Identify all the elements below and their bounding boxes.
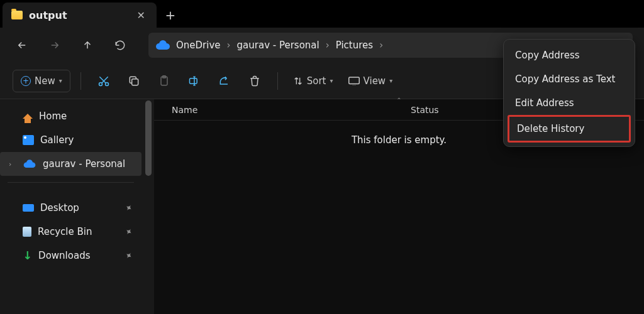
view-button[interactable]: View ▾ [343, 70, 398, 92]
breadcrumb-folder[interactable]: Pictures [336, 40, 373, 51]
chevron-right-icon: › [379, 40, 383, 51]
chevron-down-icon: ▾ [330, 77, 333, 84]
sidebar: Home Gallery › gaurav - Personal Desktop… [0, 99, 154, 314]
svg-point-0 [99, 82, 102, 85]
rename-button[interactable] [182, 70, 207, 92]
paste-button[interactable] [152, 70, 177, 92]
new-tab-button[interactable]: + [157, 3, 184, 28]
home-icon [23, 114, 33, 119]
svg-rect-6 [348, 77, 359, 84]
ctx-copy-address-text[interactable]: Copy Address as Text [508, 67, 631, 91]
sidebar-item-label: Recycle Bin [38, 226, 92, 237]
pin-icon[interactable]: ✦ [123, 225, 135, 238]
tab-title: output [29, 9, 67, 21]
scrollbar-thumb[interactable] [145, 100, 152, 176]
chevron-right-icon: › [227, 40, 231, 51]
sidebar-item-gallery[interactable]: Gallery [0, 128, 142, 152]
delete-button[interactable] [242, 70, 267, 92]
sort-indicator-icon: ⌃ [396, 97, 401, 104]
chevron-down-icon: ▾ [59, 77, 62, 84]
breadcrumb-user[interactable]: gaurav - Personal [237, 40, 319, 51]
sidebar-item-downloads[interactable]: ↓ Downloads ✦ [0, 244, 142, 268]
separator [8, 182, 134, 193]
back-button[interactable] [11, 35, 33, 56]
sidebar-item-label: Home [39, 111, 67, 122]
ctx-delete-history[interactable]: Delete History [508, 115, 631, 143]
separator [277, 72, 278, 90]
sidebar-item-label: Desktop [40, 202, 79, 214]
ctx-edit-address[interactable]: Edit Address [508, 91, 631, 115]
sidebar-item-recycle-bin[interactable]: Recycle Bin ✦ [0, 220, 142, 244]
copy-button[interactable] [121, 70, 147, 92]
plus-circle-icon: + [21, 76, 31, 86]
sidebar-item-label: Downloads [38, 250, 90, 261]
svg-rect-2 [131, 78, 138, 85]
view-label: View [364, 75, 386, 87]
pin-icon[interactable]: ✦ [123, 202, 135, 214]
pin-icon[interactable]: ✦ [123, 249, 135, 262]
new-label: New [35, 75, 55, 87]
sidebar-item-home[interactable]: Home [0, 104, 142, 128]
sort-label: Sort [307, 75, 326, 87]
folder-icon [11, 11, 23, 19]
sidebar-item-desktop[interactable]: Desktop ✦ [0, 196, 142, 220]
tab-output[interactable]: output ✕ [3, 3, 157, 28]
address-context-menu: Copy Address Copy Address as Text Edit A… [503, 39, 635, 147]
sidebar-item-label: gaurav - Personal [43, 158, 125, 170]
svg-rect-5 [189, 78, 197, 83]
onedrive-icon [156, 41, 170, 50]
gallery-icon [23, 135, 34, 145]
refresh-button[interactable] [109, 35, 131, 56]
new-button[interactable]: + New ▾ [13, 70, 70, 92]
recycle-bin-icon [23, 227, 31, 237]
share-button[interactable] [212, 70, 237, 92]
sidebar-item-label: Gallery [40, 134, 74, 146]
breadcrumb-root[interactable]: OneDrive [176, 40, 221, 51]
svg-point-1 [105, 82, 108, 85]
cut-button[interactable] [91, 70, 116, 92]
tab-bar: output ✕ + [0, 0, 644, 28]
chevron-down-icon: ▾ [389, 77, 392, 84]
sidebar-item-personal[interactable]: › gaurav - Personal [0, 152, 142, 176]
forward-button[interactable] [44, 35, 65, 56]
close-tab-button[interactable]: ✕ [135, 8, 148, 23]
chevron-right-icon: › [326, 40, 330, 51]
download-icon: ↓ [23, 251, 32, 260]
separator [80, 72, 81, 90]
ctx-copy-address[interactable]: Copy Address [508, 43, 631, 67]
onedrive-icon [24, 160, 36, 168]
up-button[interactable] [77, 35, 98, 56]
sort-button[interactable]: Sort ▾ [288, 70, 338, 92]
column-header-name[interactable]: Name [172, 105, 411, 115]
desktop-icon [23, 204, 34, 212]
chevron-right-icon[interactable]: › [9, 160, 16, 168]
